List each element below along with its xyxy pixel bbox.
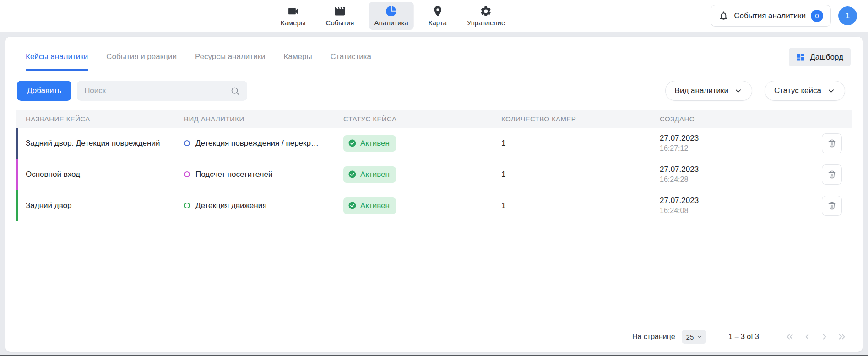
dashboard-button-label: Дашборд	[810, 53, 843, 62]
map-pin-icon	[431, 5, 444, 17]
trash-icon	[827, 138, 837, 148]
camera-count: 1	[501, 139, 660, 148]
check-circle-icon	[348, 139, 357, 148]
analytics-type-label: Детекция повреждения / перекр…	[195, 139, 319, 148]
analytics-type-label: Детекция движения	[195, 201, 266, 210]
table-header: НАЗВАНИЕ КЕЙСА ВИД АНАЛИТИКИ СТАТУС КЕЙС…	[16, 110, 852, 128]
toolbar: Добавить Вид аналитики Статус кейса	[5, 81, 863, 101]
column-header-name: НАЗВАНИЕ КЕЙСА	[26, 115, 184, 123]
analytics-type-cell: Детекция движения	[184, 201, 343, 210]
clapperboard-icon	[334, 5, 346, 17]
status-badge: Активен	[343, 166, 396, 183]
actions-cell	[811, 196, 852, 216]
case-color-bar	[16, 190, 18, 221]
check-circle-icon	[348, 170, 357, 179]
filters: Вид аналитики Статус кейса	[665, 81, 845, 101]
analytics-type-cell: Подсчет посетителей	[184, 170, 343, 179]
first-page-button[interactable]	[785, 332, 795, 342]
created-date: 27.07.2023	[660, 196, 805, 205]
created-cell: 27.07.2023 16:24:28	[660, 165, 811, 184]
delete-case-button[interactable]	[822, 164, 842, 185]
tabs: Кейсы аналитики События и реакции Ресурс…	[26, 52, 371, 71]
chevron-down-icon	[827, 87, 835, 95]
nav-item-management[interactable]: Управление	[461, 2, 510, 30]
pager-arrows	[785, 332, 847, 342]
status-cell: Активен	[343, 197, 501, 214]
created-time: 16:24:08	[660, 207, 805, 215]
tab-events-reactions[interactable]: События и реакции	[106, 52, 177, 71]
tab-cameras[interactable]: Камеры	[284, 52, 312, 71]
column-header-cameras: КОЛИЧЕСТВО КАМЕР	[501, 115, 660, 123]
search-input[interactable]	[84, 86, 230, 95]
status-badge: Активен	[343, 197, 396, 214]
per-page-value: 25	[686, 333, 694, 341]
case-name: Задний двор. Детекция повреждений	[26, 139, 184, 148]
nav-item-map[interactable]: Карта	[423, 2, 452, 30]
main-nav: Камеры События Аналитика Карта	[275, 2, 511, 30]
nav-item-analytics[interactable]: Аналитика	[369, 2, 414, 30]
previous-page-button[interactable]	[802, 332, 812, 342]
double-chevron-right-icon	[837, 332, 847, 342]
analytics-events-button[interactable]: События аналитики 0	[711, 5, 831, 27]
grid-dashboard-icon	[796, 53, 805, 62]
actions-cell	[811, 133, 852, 153]
delete-case-button[interactable]	[822, 196, 842, 216]
analytics-type-filter[interactable]: Вид аналитики	[665, 81, 752, 101]
nav-label: События	[326, 19, 354, 27]
tabs-row: Кейсы аналитики События и реакции Ресурс…	[5, 37, 863, 71]
case-name: Основной вход	[26, 170, 184, 179]
double-chevron-left-icon	[785, 332, 795, 342]
pagination-range: 1 – 3 of 3	[728, 333, 759, 341]
cases-table: НАЗВАНИЕ КЕЙСА ВИД АНАЛИТИКИ СТАТУС КЕЙС…	[16, 110, 852, 221]
chevron-left-icon	[802, 332, 812, 342]
delete-case-button[interactable]	[822, 133, 842, 153]
status-badge-label: Активен	[360, 201, 390, 210]
analytics-events-label: События аналитики	[734, 11, 806, 21]
analytics-type-ring-icon	[184, 171, 190, 177]
nav-label: Карта	[429, 19, 447, 27]
created-time: 16:24:28	[660, 175, 805, 184]
avatar[interactable]: 1	[838, 6, 857, 25]
nav-label: Камеры	[281, 19, 306, 27]
column-header-created: СОЗДАНО	[660, 115, 811, 123]
nav-item-cameras[interactable]: Камеры	[275, 2, 311, 30]
column-header-status: СТАТУС КЕЙСА	[343, 115, 501, 123]
nav-item-events[interactable]: События	[320, 2, 360, 30]
tab-analytics-resources[interactable]: Ресурсы аналитики	[195, 52, 266, 71]
analytics-type-cell: Детекция повреждения / перекр…	[184, 139, 343, 148]
chevron-down-icon	[696, 334, 703, 340]
last-page-button[interactable]	[837, 332, 847, 342]
search-box	[77, 81, 247, 101]
status-cell: Активен	[343, 135, 501, 152]
add-case-button[interactable]: Добавить	[17, 81, 71, 101]
created-cell: 27.07.2023 16:24:08	[660, 196, 811, 215]
table-row[interactable]: Задний двор. Детекция повреждений Детекц…	[16, 128, 852, 159]
camera-count: 1	[501, 201, 660, 210]
per-page-select[interactable]: 25	[682, 330, 707, 344]
pie-chart-icon	[385, 5, 397, 17]
column-header-type: ВИД АНАЛИТИКИ	[184, 115, 343, 123]
table-row[interactable]: Основной вход Подсчет посетителей Активе…	[16, 159, 852, 190]
case-name: Задний двор	[26, 201, 184, 210]
nav-label: Аналитика	[374, 19, 408, 27]
video-camera-icon	[287, 5, 299, 17]
gear-icon	[480, 5, 492, 17]
bell-icon	[718, 11, 729, 21]
table-row[interactable]: Задний двор Детекция движения Активен 1 …	[16, 190, 852, 221]
created-time: 16:27:12	[660, 144, 805, 153]
dashboard-button[interactable]: Дашборд	[789, 48, 851, 66]
check-circle-icon	[348, 201, 357, 210]
tab-statistics[interactable]: Статистика	[331, 52, 371, 71]
tab-analytics-cases[interactable]: Кейсы аналитики	[26, 52, 88, 71]
content-card: Кейсы аналитики События и реакции Ресурс…	[5, 37, 863, 352]
top-bar: Камеры События Аналитика Карта	[0, 0, 868, 32]
case-status-filter[interactable]: Статус кейса	[765, 81, 845, 101]
camera-count: 1	[501, 170, 660, 179]
case-status-filter-label: Статус кейса	[774, 86, 821, 95]
chevron-down-icon	[734, 87, 743, 95]
next-page-button[interactable]	[819, 332, 830, 342]
status-badge: Активен	[343, 135, 396, 152]
analytics-type-label: Подсчет посетителей	[195, 170, 272, 179]
chevron-right-icon	[819, 332, 830, 342]
nav-label: Управление	[467, 19, 505, 27]
